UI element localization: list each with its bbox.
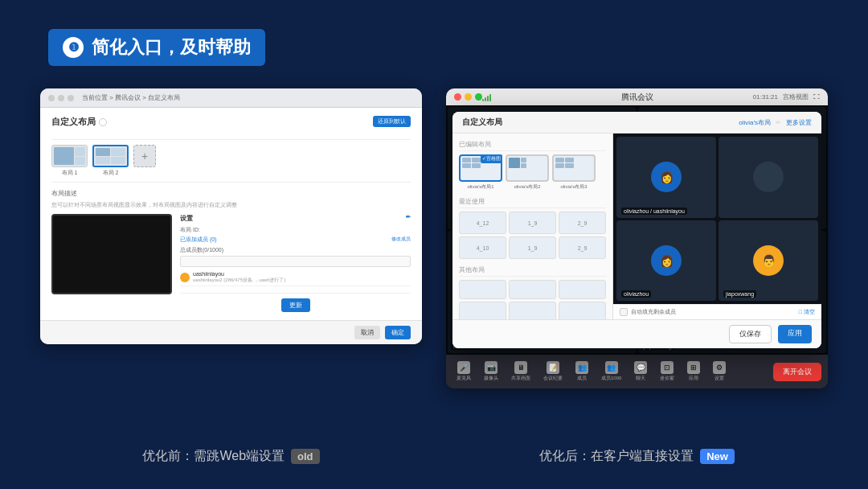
- toolbar-mic[interactable]: 🎤 麦克风: [452, 360, 475, 384]
- dot-yellow[interactable]: [465, 93, 472, 101]
- recent-grid: 4_12 1_9 2_9 4_10 1_9 2_9: [459, 212, 606, 259]
- layout-thumb-2: [506, 154, 549, 182]
- web-page-title: 自定义布局: [51, 116, 373, 128]
- layout-thumb-1[interactable]: [51, 145, 88, 167]
- web-desc-text: 您可以针对不同场景布局视图显示效果，对布局视图及内容进行自定义调整: [51, 201, 411, 209]
- layout-add-btn[interactable]: +: [133, 145, 156, 167]
- layout-item-label-3: olivia's布局3: [552, 183, 596, 191]
- fill-checkbox[interactable]: [620, 308, 628, 316]
- recent-item-5[interactable]: 1_9: [509, 236, 556, 259]
- layout-item-3[interactable]: olivia's布局3: [552, 154, 596, 191]
- dot2: [58, 95, 64, 101]
- toolbar-members[interactable]: 👥 成员: [571, 360, 592, 384]
- apps-label: 应用: [689, 375, 698, 382]
- dot1: [48, 95, 55, 101]
- preview-cell-4: 👨 jiapoxwang: [719, 220, 818, 302]
- web-save-btn[interactable]: 还原到默认: [373, 116, 411, 127]
- members2-label: 成员1000: [601, 375, 621, 382]
- other-item-2[interactable]: [509, 280, 556, 299]
- preview-avatar-4: 👨: [753, 245, 784, 276]
- layout-item-2[interactable]: olivia's布局2: [506, 154, 549, 191]
- edit-icon[interactable]: ✏: [406, 214, 411, 223]
- manage-link[interactable]: 修改成员: [391, 236, 411, 244]
- preview-cell-1: 👩 oliviazhou / uashiinlayou: [616, 137, 716, 218]
- camera-label: 摄像头: [484, 375, 498, 382]
- toolbar-members2[interactable]: 👥 成员1000: [597, 360, 625, 384]
- member-desc: uashiinlayou2 (286/475设备, ...uash进行了): [193, 277, 285, 284]
- web-main-area: 设置 ✏ 布局 ID: 已添加成员 (0) 修改成员 总成员数(0/1000): [51, 214, 411, 312]
- other-item-4[interactable]: [459, 302, 506, 319]
- app-toolbar: 🎤 麦克风 📷 摄像头 🖥 共享画面 📝 会议纪要 👥 成员: [446, 355, 828, 388]
- web-bottom-actions: 更新: [180, 293, 411, 312]
- mic-label: 麦克风: [457, 375, 471, 382]
- panel-left: 当前位置 > 腾讯会议 > 自定义布局 还原到默认 自定义布局: [40, 88, 422, 344]
- my-layouts-label: 已编辑布局: [459, 140, 606, 151]
- web-section-title: 布局描述: [51, 189, 411, 198]
- other-item-5[interactable]: [509, 302, 556, 319]
- total-count: 总成员数(0/1000): [180, 246, 411, 254]
- leave-btn[interactable]: 离开会议: [773, 363, 821, 381]
- toolbar-settings[interactable]: ⚙ 设置: [709, 360, 730, 384]
- confirm-btn[interactable]: 确定: [385, 326, 411, 339]
- more-link[interactable]: 更多设置: [786, 118, 812, 127]
- chat-label: 聊天: [636, 375, 645, 382]
- save-only-btn[interactable]: 仅保存: [729, 325, 772, 343]
- clear-btn[interactable]: □ 清空: [799, 308, 815, 316]
- modal-user-info: olivia's布局 ✏ 更多设置: [739, 118, 812, 127]
- member-input[interactable]: [180, 256, 411, 267]
- toolbar-items: 🎤 麦克风 📷 摄像头 🖥 共享画面 📝 会议纪要 👥 成员: [452, 360, 730, 384]
- other-item-3[interactable]: [559, 280, 606, 299]
- web-breadcrumb: 当前位置 > 腾讯会议 > 自定义布局: [82, 93, 180, 102]
- notes-label: 会议纪要: [543, 375, 563, 382]
- settings-icon: ⚙: [713, 361, 726, 374]
- other-label: 其他布局: [459, 265, 606, 277]
- recent-item-4[interactable]: 4_10: [459, 236, 506, 259]
- members-label: 成员: [577, 375, 587, 382]
- dot-red[interactable]: [454, 93, 461, 101]
- other-item-6[interactable]: [559, 302, 606, 319]
- recent-item-3[interactable]: 2_9: [559, 212, 606, 234]
- toolbar-share[interactable]: 🖥 共享画面: [507, 360, 534, 384]
- other-item-1[interactable]: [459, 280, 506, 299]
- share-label: 共享画面: [511, 375, 530, 382]
- app-dots: [454, 93, 482, 101]
- recent-item-2[interactable]: 1_9: [509, 212, 556, 234]
- header-badge: ❶ 简化入口，及时帮助: [48, 29, 265, 66]
- fill-row: 自动填充剩余成员 □ 清空: [613, 304, 821, 319]
- web-member-section: 已添加成员 (0) 修改成员 总成员数(0/1000) uashiinlayou…: [180, 236, 411, 286]
- time-display: 01:31:21: [753, 93, 778, 101]
- mini-icon: ⊡: [661, 361, 674, 374]
- member-count: 已添加成员 (0): [180, 236, 217, 244]
- toolbar-mini[interactable]: ⊡ 迷你窗: [656, 360, 678, 384]
- new-badge: New: [700, 449, 735, 464]
- dot-green[interactable]: [475, 93, 482, 101]
- layout-item-1[interactable]: ✓宫格图 olivia's布局1: [459, 154, 502, 191]
- right-label-text: 优化后：在客户端直接设置: [539, 448, 694, 465]
- layout-thumbnails: 布局 1 布局 2 +: [51, 139, 411, 183]
- cancel-btn[interactable]: 取消: [354, 326, 380, 339]
- settings-label: 设置: [714, 375, 724, 382]
- app-main-area: 👩 oliviazhou 👩 oliviazhou 👨 jiapoxwang: [446, 105, 828, 355]
- update-btn[interactable]: 更新: [281, 298, 310, 312]
- apply-btn[interactable]: 应用: [778, 325, 812, 343]
- custom-layout-modal: 自定义布局 olivia's布局 ✏ 更多设置 已编辑布局: [452, 112, 821, 348]
- modal-right: 👩 oliviazhou / uashiinlayou 👩 oliviazhou: [613, 134, 821, 319]
- toolbar-apps[interactable]: ⊞ 应用: [683, 360, 704, 384]
- recent-item-1[interactable]: 4_12: [459, 212, 506, 234]
- toolbar-chat[interactable]: 💬 聊天: [630, 360, 651, 384]
- recent-item-6[interactable]: 2_9: [559, 236, 606, 259]
- view-mode[interactable]: 宫格视图: [783, 92, 809, 101]
- left-label-item: 优化前：需跳Web端设置 old: [40, 448, 422, 465]
- edit-pen-icon[interactable]: ✏: [776, 119, 781, 126]
- toolbar-camera[interactable]: 📷 摄像头: [480, 360, 502, 384]
- other-section: 其他布局: [459, 265, 606, 319]
- preview-avatar-3: 👩: [651, 245, 682, 276]
- fullscreen-icon[interactable]: ⛶: [813, 93, 820, 101]
- modal-body: 已编辑布局: [452, 134, 821, 319]
- layout-thumb-2[interactable]: [92, 145, 129, 167]
- toolbar-notes[interactable]: 📝 会议纪要: [539, 360, 567, 384]
- dot3: [68, 95, 74, 101]
- left-label-text: 优化前：需跳Web端设置: [142, 448, 285, 465]
- modal-footer: 仅保存 应用: [452, 319, 821, 348]
- preview-avatar-1: 👩: [651, 162, 682, 192]
